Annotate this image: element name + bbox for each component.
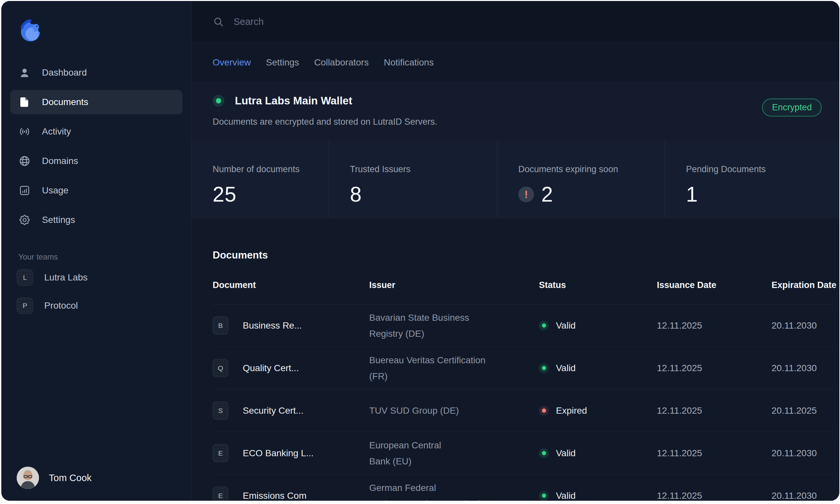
expiration-date: 20.11.2025 <box>772 406 833 416</box>
document-name: Quality Cert... <box>243 363 299 374</box>
document-initial-badge: B <box>212 317 228 335</box>
sidebar-item-settings[interactable]: Settings <box>10 208 183 232</box>
issuer-cell: Bavarian State Business Registry (DE) <box>369 310 539 342</box>
table-row[interactable]: E ECO Banking L... European Central Bank… <box>212 432 833 474</box>
column-header-issuer: Issuer <box>369 280 539 290</box>
status-cell: Valid <box>539 448 657 458</box>
team-name: Protocol <box>44 301 78 311</box>
tab-bar: Overview Settings Collaborators Notifica… <box>192 43 839 82</box>
sidebar-item-label: Domains <box>42 156 78 166</box>
stat-value: 25 <box>212 182 237 206</box>
stat-label: Documents expiring soon <box>518 164 658 175</box>
document-initial-badge: E <box>212 444 228 462</box>
document-name: Business Re... <box>243 320 302 331</box>
sidebar-item-activity[interactable]: Activity <box>10 120 183 144</box>
sidebar-item-domains[interactable]: Domains <box>10 149 183 173</box>
expiration-date: 20.11.2030 <box>772 448 833 458</box>
gear-icon <box>18 214 31 226</box>
user-profile[interactable]: Tom Cook <box>10 467 183 501</box>
status-dot <box>539 363 549 373</box>
column-header-issuance-date: Issuance Date <box>657 280 772 290</box>
status-dot <box>539 491 549 501</box>
sidebar-item-usage[interactable]: Usage <box>10 178 183 202</box>
exclamation-icon: ! <box>518 186 534 202</box>
issuer-cell: TUV SUD Group (DE) <box>369 402 539 418</box>
table-row[interactable]: E Emissions Com German Federal Environme… <box>212 474 833 501</box>
status-dot <box>539 448 549 458</box>
expiration-date: 20.11.2030 <box>772 363 833 374</box>
document-name: Emissions Com <box>243 490 306 501</box>
stats-row: Number of documents 25 Trusted Issuers 8… <box>192 141 839 218</box>
lutra-logo <box>18 18 43 43</box>
sidebar-nav: Dashboard Documents Activity Domains <box>10 60 183 232</box>
search-input[interactable] <box>234 16 818 27</box>
document-initial-badge: Q <box>212 359 228 377</box>
stat-label: Number of documents <box>212 164 322 175</box>
status-dot <box>539 321 549 330</box>
table-row[interactable]: Q Quality Cert... Buereau Veritas Certif… <box>212 347 833 390</box>
stat-value: 8 <box>350 182 362 206</box>
sidebar-item-label: Dashboard <box>42 68 87 78</box>
your-teams-label: Your teams <box>18 252 183 262</box>
stat-pending-documents: Pending Documents 1 <box>665 141 839 218</box>
tab-settings[interactable]: Settings <box>266 57 299 68</box>
wallet-description: Documents are encrypted and stored on Lu… <box>212 117 762 127</box>
documents-heading: Documents <box>212 249 833 261</box>
globe-icon <box>18 155 31 167</box>
sidebar-item-dashboard[interactable]: Dashboard <box>10 60 183 85</box>
issuance-date: 12.11.2025 <box>657 490 772 501</box>
stat-value: 2 <box>541 182 553 206</box>
wallet-status-dot <box>212 95 224 107</box>
sidebar: Dashboard Documents Activity Domains <box>1 1 192 501</box>
stat-trusted-issuers: Trusted Issuers 8 <box>329 141 497 218</box>
issuance-date: 12.11.2025 <box>657 363 772 374</box>
stat-value: 1 <box>686 182 698 206</box>
search-icon <box>212 16 224 28</box>
app-window: Dashboard Documents Activity Domains <box>1 1 839 501</box>
sidebar-team-protocol[interactable]: P Protocol <box>10 293 183 318</box>
table-row[interactable]: S Security Cert... TUV SUD Group (DE) Ex… <box>212 390 833 432</box>
column-header-expiration-date: Expiration Date <box>772 280 836 290</box>
user-name: Tom Cook <box>49 472 92 483</box>
issuer-cell: European Central Bank (EU) <box>369 437 539 469</box>
tab-collaborators[interactable]: Collaborators <box>314 57 369 68</box>
tab-overview[interactable]: Overview <box>212 57 251 68</box>
team-initial-badge: L <box>17 269 33 286</box>
user-icon <box>18 67 31 79</box>
document-name: ECO Banking L... <box>243 448 313 458</box>
document-name: Security Cert... <box>243 406 303 416</box>
table-row[interactable]: B Business Re... Bavarian State Business… <box>212 304 833 347</box>
team-name: Lutra Labs <box>44 272 87 283</box>
issuance-date: 12.11.2025 <box>657 406 772 416</box>
document-initial-badge: S <box>212 401 228 419</box>
status-cell: Valid <box>539 320 657 331</box>
document-icon <box>18 96 31 108</box>
expiration-date: 20.11.2030 <box>772 320 833 331</box>
table-header: Document Issuer Status Issuance Date Exp… <box>212 280 833 304</box>
encrypted-badge: Encrypted <box>762 98 822 116</box>
status-cell: Valid <box>539 363 657 374</box>
status-cell: Valid <box>539 490 657 501</box>
column-header-document: Document <box>212 280 369 290</box>
tab-notifications[interactable]: Notifications <box>384 57 434 68</box>
team-initial-badge: P <box>17 298 33 314</box>
sidebar-item-label: Usage <box>42 185 68 196</box>
sidebar-team-lutra-labs[interactable]: L Lutra Labs <box>10 266 183 290</box>
status-cell: Expired <box>539 406 657 416</box>
stat-documents-expiring-soon: Documents expiring soon ! 2 <box>497 141 665 218</box>
bar-chart-icon <box>18 184 31 197</box>
search-bar <box>192 1 839 43</box>
avatar <box>17 467 39 489</box>
status-dot <box>539 406 549 416</box>
document-initial-badge: E <box>212 487 228 501</box>
column-header-status: Status <box>539 280 657 290</box>
sidebar-item-label: Documents <box>42 97 88 107</box>
issuance-date: 12.11.2025 <box>657 320 772 331</box>
issuer-cell: Buereau Veritas Certification (FR) <box>369 352 539 384</box>
sidebar-item-label: Settings <box>42 215 75 225</box>
stat-label: Pending Documents <box>686 164 833 175</box>
sidebar-item-documents[interactable]: Documents <box>10 90 183 114</box>
issuance-date: 12.11.2025 <box>657 448 772 458</box>
wallet-header: Lutra Labs Main Wallet Documents are enc… <box>192 82 839 141</box>
wallet-title: Lutra Labs Main Wallet <box>235 94 352 107</box>
